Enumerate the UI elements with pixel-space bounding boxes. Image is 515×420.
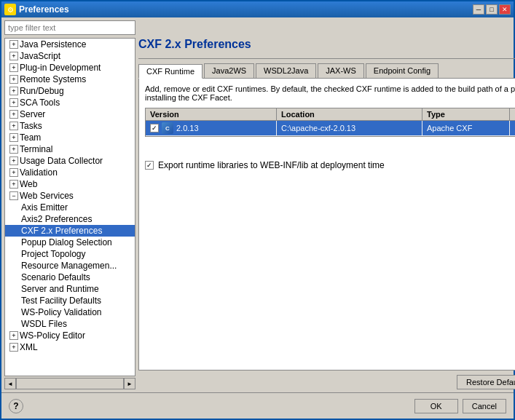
table-header: Version Location Type	[146, 108, 515, 121]
window-title: Preferences	[19, 4, 69, 15]
maximize-button[interactable]: □	[486, 4, 498, 15]
sidebar-item-usage-data-collector[interactable]: +Usage Data Collector	[5, 155, 135, 167]
sidebar-label-server-and-runtime: Server and Runtime	[21, 284, 99, 294]
sidebar-item-project-topology[interactable]: Project Topology	[5, 248, 135, 260]
sidebar-label-sca-tools: SCA Tools	[20, 98, 60, 108]
sidebar-label-project-topology: Project Topology	[21, 249, 86, 259]
sidebar-item-web[interactable]: +Web	[5, 178, 135, 190]
expand-server[interactable]: +	[9, 110, 18, 119]
header-location: Location	[277, 108, 422, 120]
tab-content: Add, remove or edit CXF runtimes. By def…	[138, 78, 515, 371]
minimize-button[interactable]: ─	[473, 4, 484, 15]
sidebar-item-javascript[interactable]: +JavaScript	[5, 50, 135, 62]
horizontal-scrollbar[interactable]	[16, 378, 124, 389]
sidebar-item-ws-policy-editor[interactable]: +WS-Policy Editor	[5, 330, 135, 341]
sidebar-item-validation[interactable]: +Validation	[5, 167, 135, 178]
sidebar-item-server-and-runtime[interactable]: Server and Runtime	[5, 283, 135, 295]
scroll-left-button[interactable]: ◄	[4, 378, 16, 389]
sidebar-label-plug-in-development: Plug-in Development	[20, 63, 101, 73]
sidebar-label-test-facility-defaults: Test Facility Defaults	[21, 296, 101, 306]
sidebar-item-wsdl-files[interactable]: WSDL Files	[5, 318, 135, 330]
expand-web-services[interactable]: −	[9, 191, 18, 200]
sidebar-label-wsdl-files: WSDL Files	[21, 319, 67, 329]
filter-input[interactable]	[4, 20, 135, 35]
location-text: C:\apache-cxf-2.0.13	[281, 124, 355, 132]
sidebar-item-team[interactable]: +Team	[5, 132, 135, 143]
expand-java-persistence[interactable]: +	[9, 40, 18, 49]
tab-java2ws[interactable]: Java2WS	[204, 63, 254, 78]
version-text: 2.0.13	[176, 124, 199, 132]
table-row[interactable]: C2.0.13C:\apache-cxf-2.0.13Apache CXF	[146, 121, 515, 136]
expand-plug-in-development[interactable]: +	[9, 63, 18, 72]
footer-bar: ? OK Cancel	[1, 392, 514, 419]
sidebar-item-scenario-defaults[interactable]: Scenario Defaults	[5, 272, 135, 283]
expand-tasks[interactable]: +	[9, 122, 18, 130]
export-checkbox[interactable]	[145, 161, 154, 170]
expand-validation[interactable]: +	[9, 168, 18, 177]
preferences-window: ⚙ Preferences ─ □ ✕ +Java Persistence+Ja…	[0, 0, 515, 420]
sidebar-label-java-persistence: Java Persistence	[20, 39, 86, 49]
sidebar-item-resource-management[interactable]: Resource Managemen...	[5, 260, 135, 272]
row-checkbox[interactable]	[150, 124, 159, 132]
sidebar-item-plug-in-development[interactable]: +Plug-in Development	[5, 62, 135, 74]
bottom-right-buttons: Restore Defaults Apply	[457, 375, 515, 389]
sidebar-label-axis-emitter: Axis Emitter	[21, 202, 68, 213]
sidebar-item-axis-emitter[interactable]: Axis Emitter	[5, 202, 135, 213]
tab-endpoint-config[interactable]: Endpoint Config	[366, 63, 439, 78]
export-label: Export runtime libraries to WEB-INF/lib …	[158, 160, 385, 170]
sidebar-item-java-persistence[interactable]: +Java Persistence	[5, 39, 135, 50]
ok-button[interactable]: OK	[414, 399, 458, 413]
type-text: Apache CXF	[427, 124, 472, 132]
sidebar-label-server: Server	[20, 109, 45, 119]
version-icon: C	[162, 122, 173, 134]
sidebar-item-tasks[interactable]: +Tasks	[5, 120, 135, 132]
sidebar-item-terminal[interactable]: +Terminal	[5, 143, 135, 155]
sidebar-label-usage-data-collector: Usage Data Collector	[20, 156, 103, 166]
window-controls: ─ □ ✕	[473, 4, 511, 15]
sidebar-item-axis2-preferences[interactable]: Axis2 Preferences	[5, 213, 135, 225]
sidebar-label-run-debug: Run/Debug	[20, 86, 64, 96]
scroll-right-button[interactable]: ►	[124, 378, 135, 389]
sidebar-label-tasks: Tasks	[20, 121, 42, 131]
type-cell: Apache CXF	[422, 121, 510, 135]
sidebar: +Java Persistence+JavaScript+Plug-in Dev…	[4, 38, 135, 389]
tab-wsdl2java[interactable]: WSDL2Java	[256, 63, 316, 78]
sidebar-item-web-services[interactable]: −Web Services	[5, 190, 135, 202]
window-body: +Java Persistence+JavaScript+Plug-in Dev…	[1, 17, 514, 392]
sidebar-item-xml[interactable]: +XML	[5, 341, 135, 353]
expand-run-debug[interactable]: +	[9, 87, 18, 95]
tab-jax-ws[interactable]: JAX-WS	[318, 63, 364, 78]
help-button[interactable]: ?	[9, 399, 23, 413]
expand-javascript[interactable]: +	[9, 52, 18, 60]
tab-cxf-runtime[interactable]: CXF Runtime	[138, 64, 203, 79]
sidebar-item-popup-dialog-selection[interactable]: Popup Dialog Selection	[5, 237, 135, 248]
sidebar-label-xml: XML	[20, 342, 38, 352]
expand-team[interactable]: +	[9, 133, 18, 142]
sidebar-item-server[interactable]: +Server	[5, 108, 135, 120]
cancel-button[interactable]: Cancel	[463, 399, 506, 413]
footer-buttons: OK Cancel	[414, 399, 506, 413]
sidebar-item-run-debug[interactable]: +Run/Debug	[5, 85, 135, 97]
expand-web[interactable]: +	[9, 180, 18, 189]
sidebar-item-cxf-2x-preferences[interactable]: CXF 2.x Preferences	[5, 225, 135, 237]
sidebar-item-test-facility-defaults[interactable]: Test Facility Defaults	[5, 295, 135, 306]
sidebar-label-web: Web	[20, 179, 37, 189]
tree-container[interactable]: +Java Persistence+JavaScript+Plug-in Dev…	[4, 38, 135, 376]
header-type: Type	[422, 108, 510, 120]
expand-terminal[interactable]: +	[9, 145, 18, 154]
expand-ws-policy-editor[interactable]: +	[9, 331, 18, 340]
sidebar-item-sca-tools[interactable]: +SCA Tools	[5, 97, 135, 108]
sidebar-item-remote-systems[interactable]: +Remote Systems	[5, 74, 135, 85]
export-row: Export runtime libraries to WEB-INF/lib …	[145, 160, 515, 170]
expand-sca-tools[interactable]: +	[9, 98, 18, 107]
expand-xml[interactable]: +	[9, 343, 18, 352]
restore-defaults-button[interactable]: Restore Defaults	[457, 375, 515, 389]
sidebar-item-ws-policy-validation[interactable]: WS-Policy Validation	[5, 306, 135, 318]
expand-usage-data-collector[interactable]: +	[9, 156, 18, 165]
sidebar-label-javascript: JavaScript	[20, 51, 60, 61]
separator	[138, 58, 515, 59]
app-icon: ⚙	[4, 4, 16, 15]
sidebar-label-terminal: Terminal	[20, 144, 52, 154]
close-button[interactable]: ✕	[499, 4, 511, 15]
expand-remote-systems[interactable]: +	[9, 75, 18, 84]
